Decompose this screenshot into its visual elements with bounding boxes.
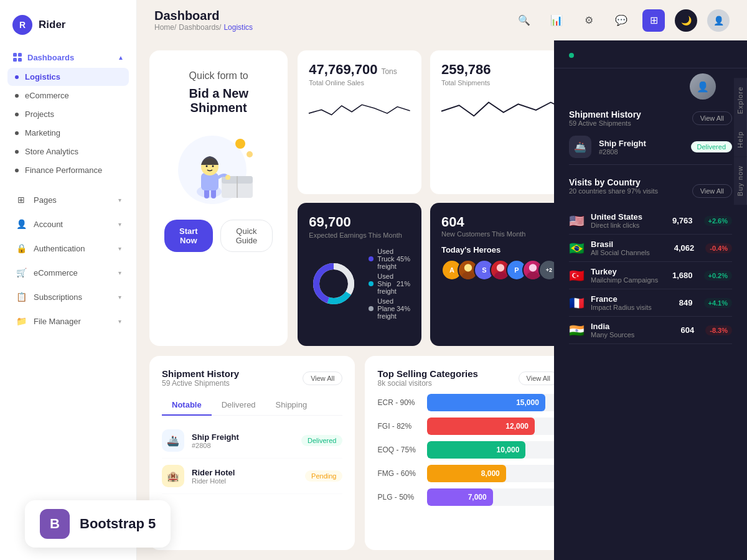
settings-icon-btn[interactable]: ⚙: [578, 9, 600, 32]
header: Dashboard Home/ Dashboards/ Logistics 🔍 …: [137, 0, 747, 40]
sidebar-item-label: Marketing: [25, 128, 60, 138]
bar-value-fgi: 12,000: [505, 422, 529, 431]
countries-list: 🇺🇸 United States Direct link clicks 9,76…: [569, 207, 732, 344]
sidebar-item-label: Projects: [25, 110, 54, 119]
shipment-history-card: Shipment History 59 Active Shipments Vie…: [149, 356, 355, 550]
country-sub-tr: Mailchimp Campaigns: [591, 276, 666, 284]
quick-guide-button[interactable]: Quick Guide: [220, 220, 273, 252]
sidebar-item-subscriptions[interactable]: 📋 Subscriptions ▾: [7, 285, 129, 309]
sidebar-item-store-analytics[interactable]: Store Analytics: [7, 142, 129, 161]
country-num-us: 9,763: [672, 216, 693, 225]
active-dot: [15, 75, 19, 79]
bar-label-plg: PLG - 50%: [377, 493, 421, 502]
chart-icon-btn[interactable]: 📊: [545, 9, 568, 32]
account-label: Account: [34, 220, 63, 229]
change-br: -0.4%: [705, 243, 732, 253]
nav-section: ⊞ Pages ▾ 👤 Account ▾ 🔒 Authentication ▾…: [0, 187, 136, 334]
svg-point-6: [247, 151, 253, 157]
sidebar-item-pages[interactable]: ⊞ Pages ▾: [7, 188, 129, 212]
bar-row-ecr: ECR - 90% 15,000: [377, 394, 554, 411]
hotel-icon: 🏨: [162, 465, 184, 487]
countries-subtitle: 20 countries share 97% visits: [569, 187, 658, 195]
earnings-card: 69,700 Expected Earnings This Month: [298, 203, 421, 347]
dark-mode-toggle[interactable]: 🌙: [675, 9, 697, 32]
change-tr: +0.2%: [704, 271, 733, 281]
bar-track-fmg: 8,000: [427, 465, 554, 482]
sidebar-item-filemanager[interactable]: 📁 File Manager ▾: [7, 309, 129, 333]
breadcrumb-home: Home/: [154, 23, 176, 32]
bar-label-fmg: FMG - 60%: [377, 469, 421, 478]
tab-shipping[interactable]: Shipping: [266, 395, 317, 415]
total-sales-label: Total Online Sales: [309, 79, 410, 86]
sidebar-item-ecommerce[interactable]: eCommerce: [7, 86, 129, 105]
selling-title: Top Selling Categories: [377, 368, 477, 379]
page-title: Dashboard: [154, 9, 253, 23]
sidebar-item-account[interactable]: 👤 Account ▾: [7, 212, 129, 236]
dashboards-group[interactable]: Dashboards ▲: [7, 47, 129, 67]
svg-point-24: [497, 264, 504, 271]
ecommerce-nav-label: eCommerce: [34, 268, 78, 278]
search-icon-btn[interactable]: 🔍: [513, 9, 535, 32]
grid-icon-btn[interactable]: ⊞: [642, 9, 665, 32]
bootstrap-icon: B: [40, 509, 70, 539]
dark-shipment-section: Shipment History 59 Active Shipments Vie…: [554, 100, 747, 165]
tab-notable[interactable]: Notable: [162, 395, 212, 416]
svg-point-26: [529, 264, 537, 271]
country-row-fr: 🇫🇷 France Impact Radius visits 849 +4.1%: [569, 289, 732, 317]
start-now-button[interactable]: Start Now: [164, 220, 213, 252]
selling-card-header: Top Selling Categories 8k social visitor…: [377, 368, 554, 388]
right-panel-avatar: 👤: [554, 68, 747, 100]
hero-avatar-more: +2: [538, 259, 554, 281]
bottom-row: Shipment History 59 Active Shipments Vie…: [149, 356, 554, 550]
chat-icon-btn[interactable]: 💬: [610, 9, 632, 32]
promo-card: Quick form to Bid a New Shipment: [149, 50, 288, 346]
breadcrumb: Home/ Dashboards/ Logistics: [154, 23, 253, 32]
sidebar-item-projects[interactable]: Projects: [7, 105, 129, 123]
dashboards-label: Dashboards: [27, 53, 74, 62]
account-icon: 👤: [15, 218, 27, 230]
sidebar-item-finance[interactable]: Finance Performance: [7, 161, 129, 179]
help-label[interactable]: Help: [734, 123, 747, 157]
buynow-label[interactable]: Buy now: [734, 157, 747, 205]
dot: [15, 169, 19, 172]
svg-rect-2: [13, 58, 17, 62]
dashboards-section: Dashboards ▲ Logistics eCommerce Project…: [0, 47, 136, 180]
shipment-view-all-dark[interactable]: View All: [692, 111, 732, 125]
legend-truck: Used Truck freight 45%: [369, 248, 410, 270]
selling-view-all-btn[interactable]: View All: [519, 371, 554, 385]
countries-view-all-btn[interactable]: View All: [692, 184, 732, 198]
country-num-in: 604: [681, 325, 695, 335]
heroes-section: Today's Heroes A S P: [441, 245, 554, 281]
country-sub-fr: Impact Radius visits: [591, 304, 673, 311]
sidebar-item-ecommerce-nav[interactable]: 🛒 eCommerce ▾: [7, 261, 129, 284]
countries-header: Visits by Country 20 countries share 97%…: [569, 177, 732, 205]
right-panel: Explore Help Buy now 👤 Shipment History …: [554, 40, 747, 560]
country-row-br: 🇧🇷 Brasil All Social Channels 4,062 -0.4…: [569, 235, 732, 262]
pages-icon: ⊞: [15, 194, 27, 206]
country-name-in: India: [591, 322, 675, 331]
user-avatar[interactable]: 👤: [707, 9, 730, 32]
flag-in: 🇮🇳: [569, 323, 585, 338]
shipment-title: Shipment History: [162, 368, 239, 379]
header-left: Dashboard Home/ Dashboards/ Logistics: [154, 9, 253, 32]
right-avatar[interactable]: 👤: [690, 73, 716, 100]
flag-fr: 🇫🇷: [569, 296, 585, 310]
bar-value-plg: 7,000: [468, 493, 487, 502]
flag-br: 🇧🇷: [569, 241, 585, 256]
explore-label[interactable]: Explore: [734, 78, 747, 123]
bar-track-eoq: 10,000: [427, 441, 554, 459]
selling-subtitle: 8k social visitors: [377, 379, 477, 388]
tab-delivered[interactable]: Delivered: [212, 395, 266, 415]
status-badge: Delivered: [301, 435, 342, 446]
subscriptions-label: Subscriptions: [34, 292, 82, 302]
total-shipments-label: Total Shipments: [441, 79, 554, 86]
sidebar-item-marketing[interactable]: Marketing: [7, 124, 129, 142]
heroes-avatars: A S P +2: [441, 259, 554, 281]
total-sales-chart: [309, 93, 410, 124]
sidebar-item-authentication[interactable]: 🔒 Authentication ▾: [7, 236, 129, 260]
shipment-view-all-btn[interactable]: View All: [303, 371, 342, 385]
auth-label: Authentication: [34, 244, 85, 253]
hotel-id: Rider Hotel: [192, 477, 298, 485]
donut-legend: Used Truck freight 45% Used Ship freight…: [369, 245, 410, 322]
sidebar-item-logistics[interactable]: Logistics: [7, 68, 129, 86]
